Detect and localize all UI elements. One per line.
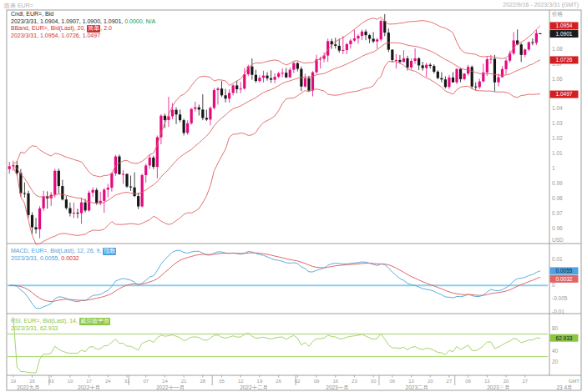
svg-text:14: 14 — [162, 379, 168, 384]
svg-text:06: 06 — [390, 379, 396, 384]
rsi-badge: 62.933 — [550, 334, 579, 342]
svg-text:GMT: GMT — [569, 379, 580, 384]
svg-text:20: 20 — [504, 379, 509, 384]
svg-text:0.98: 0.98 — [552, 195, 563, 201]
svg-text:2023二月: 2023二月 — [406, 384, 428, 391]
svg-text:2023三月: 2023三月 — [487, 384, 509, 391]
svg-text:05: 05 — [219, 379, 225, 384]
bband-legend-width: , 2.0 — [100, 25, 112, 31]
price-badge: 1.0901 — [550, 30, 579, 38]
date-axis: 1926031017243107142128051219260209162330… — [10, 375, 579, 391]
svg-text:12: 12 — [238, 379, 244, 384]
svg-text:0.97: 0.97 — [552, 210, 563, 216]
svg-text:1.08: 1.08 — [552, 46, 563, 52]
svg-text:26: 26 — [29, 379, 35, 384]
svg-text:26: 26 — [276, 379, 281, 384]
macd-signal-value: 0.0032 — [61, 255, 78, 261]
svg-text:13: 13 — [484, 379, 490, 384]
svg-text:0.0032: 0.0032 — [556, 276, 573, 282]
main-plot-area[interactable] — [8, 10, 548, 244]
svg-text:27: 27 — [522, 379, 528, 384]
svg-text:1: 1 — [552, 165, 555, 171]
svg-text:0.01: 0.01 — [552, 256, 563, 262]
rsi-legend-value: 2023/3/31, 62.933 — [11, 325, 58, 331]
svg-text:17: 17 — [86, 379, 92, 384]
svg-text:23: 23 — [352, 379, 357, 384]
macd-legend-title: MACD, EUR=, Bid(Last), 12, 26, 9, — [11, 248, 101, 254]
svg-text:2022九月: 2022九月 — [17, 384, 39, 391]
svg-text:0.0055: 0.0055 — [556, 268, 573, 274]
svg-text:2023一月: 2023一月 — [326, 384, 348, 391]
candle-legend-change: 0.0000, N/A — [124, 18, 155, 24]
price-badge: 1.0497 — [550, 91, 579, 98]
macd-axis: 0.010.0050-0.005-0.010.00550.0032 — [550, 256, 579, 315]
svg-text:27: 27 — [447, 379, 453, 384]
svg-text:价格: 价格 — [551, 11, 564, 18]
candle-legend-values: 2023/3/31, 1.0904, 1.0907, 1.0900, 1.090… — [11, 18, 123, 24]
chart-canvas: 价格1.091.081.071.061.051.041.031.021.0110… — [0, 0, 582, 392]
svg-text:0: 0 — [552, 282, 555, 288]
svg-text:20: 20 — [552, 359, 559, 364]
svg-text:20: 20 — [428, 379, 433, 384]
svg-text:-0.005: -0.005 — [552, 295, 568, 301]
svg-text:1.03: 1.03 — [552, 120, 563, 126]
svg-text:21: 21 — [181, 379, 187, 384]
macd-badge: 0.0055 — [550, 267, 579, 274]
bband-legend-title: BBand, EUR=, Bid(Last), 20, — [11, 25, 85, 31]
svg-text:13: 13 — [408, 379, 414, 384]
svg-text:2022十一月: 2022十一月 — [156, 384, 185, 391]
svg-text:USD: USD — [552, 237, 564, 243]
svg-text:2022十二月: 2022十二月 — [240, 384, 268, 391]
svg-text:62.933: 62.933 — [556, 335, 573, 341]
svg-text:1.0497: 1.0497 — [556, 91, 573, 97]
price-badge: 1.0726 — [550, 56, 579, 63]
chart-window: 图表 EUR= 2022/9/16 - 2023/3/31 (GMT) 价格1.… — [0, 0, 582, 392]
macd-legend-value: 2023/3/31, 0.0055, — [11, 255, 59, 261]
macd-panel-legend: MACD, EUR=, Bid(Last), 12, 26, 9, 指数 202… — [11, 248, 116, 262]
price-axis: 价格1.091.081.071.061.051.041.031.021.0110… — [550, 11, 579, 243]
svg-text:1.04: 1.04 — [552, 105, 563, 111]
svg-text:10: 10 — [68, 379, 73, 384]
svg-text:1.0726: 1.0726 — [556, 57, 573, 63]
svg-text:-0.01: -0.01 — [552, 309, 564, 314]
rsi-panel-legend: RSI, EUR=, Bid(Last), 14, 威尔德平滑 2023/3/3… — [11, 318, 110, 332]
rsi-legend-title: RSI, EUR=, Bid(Last), 14, — [11, 318, 78, 324]
svg-text:1.0954: 1.0954 — [556, 23, 573, 28]
rsi-axis: 8060402062.933 — [550, 325, 579, 365]
macd-ma-type-chip: 指数 — [103, 248, 116, 255]
svg-text:30: 30 — [371, 379, 377, 384]
svg-text:28: 28 — [200, 379, 205, 384]
price-badge: 1.0954 — [550, 23, 579, 30]
svg-text:1.0901: 1.0901 — [556, 31, 573, 37]
bband-ma-type-chip: 简单 — [87, 25, 100, 33]
svg-text:1.06: 1.06 — [552, 76, 563, 82]
candle-legend-title: Cndl, EUR=, Bid — [11, 11, 53, 17]
main-panel-legend: Cndl, EUR=, Bid 2023/3/31, 1.0904, 1.090… — [11, 11, 155, 39]
svg-text:24: 24 — [105, 379, 111, 384]
macd-badge: 0.0032 — [550, 275, 579, 283]
svg-text:0.99: 0.99 — [552, 180, 563, 186]
svg-text:23 4月: 23 4月 — [556, 384, 572, 391]
svg-text:0.96: 0.96 — [552, 225, 563, 231]
rsi-smoothing-chip: 威尔德平滑 — [79, 318, 110, 325]
svg-text:06: 06 — [465, 379, 471, 384]
svg-text:80: 80 — [552, 325, 559, 331]
svg-text:16: 16 — [332, 379, 338, 384]
svg-text:1.01: 1.01 — [552, 150, 563, 156]
bband-legend-values: 2023/3/31, 1.0954, 1.0726, 1.0497 — [11, 33, 100, 38]
svg-text:2022十月: 2022十月 — [78, 384, 100, 391]
svg-text:07: 07 — [143, 379, 149, 384]
svg-text:19: 19 — [10, 379, 16, 384]
svg-text:09: 09 — [314, 379, 320, 384]
svg-text:31: 31 — [124, 379, 130, 384]
svg-text:40: 40 — [552, 348, 559, 354]
svg-text:19: 19 — [257, 379, 263, 384]
svg-text:1.02: 1.02 — [552, 135, 563, 141]
